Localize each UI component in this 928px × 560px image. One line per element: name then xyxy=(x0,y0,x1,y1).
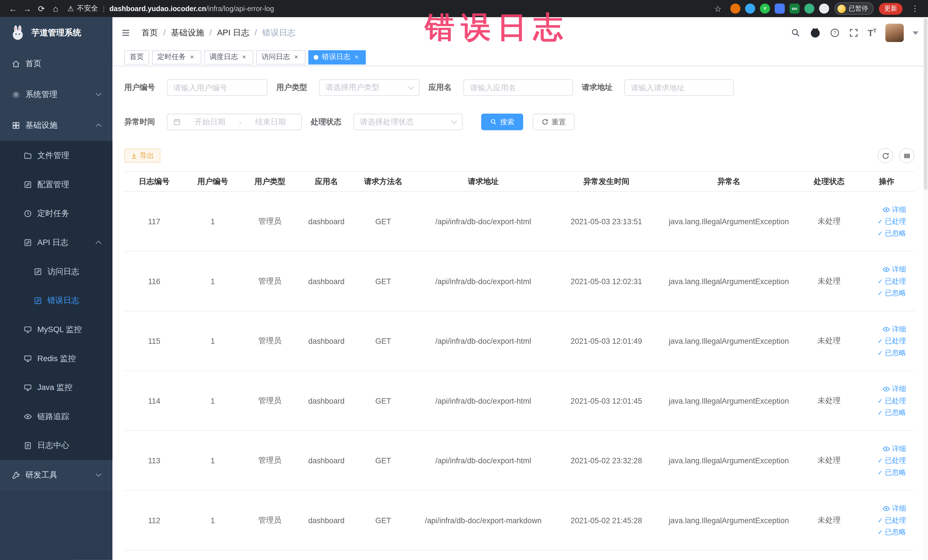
app-name-input[interactable] xyxy=(463,79,573,96)
extension-paw-icon[interactable] xyxy=(819,3,829,14)
mark-processed-link[interactable]: 已处理 xyxy=(878,455,906,465)
detail-link[interactable]: 详细 xyxy=(882,324,906,334)
detail-link[interactable]: 详细 xyxy=(882,384,906,394)
navbar-icons: T xyxy=(791,24,918,42)
sidebar-item[interactable]: MySQL 监控 xyxy=(0,315,112,344)
table-tools xyxy=(878,148,914,163)
tab-close-icon[interactable] xyxy=(240,53,248,61)
tab-close-icon[interactable] xyxy=(353,53,360,61)
tab[interactable]: 首页 xyxy=(124,50,149,64)
breadcrumb-item[interactable]: 错误日志 xyxy=(262,27,295,38)
sidebar-item[interactable]: 系统管理 xyxy=(0,79,112,110)
browser-forward-icon[interactable] xyxy=(20,2,35,16)
column-settings-button[interactable] xyxy=(899,148,914,163)
tab[interactable]: 错误日志 xyxy=(308,50,366,64)
search-button[interactable]: 搜索 xyxy=(481,113,523,130)
request-url-input[interactable] xyxy=(624,79,734,96)
breadcrumb-item[interactable]: API 日志 xyxy=(217,27,262,38)
avatar[interactable] xyxy=(885,24,904,42)
detail-link[interactable]: 详细 xyxy=(882,444,906,453)
sidebar-item[interactable]: 基础设施 xyxy=(0,110,112,141)
detail-link[interactable]: 详细 xyxy=(882,503,906,513)
url-domain: dashboard.yudao.iocoder.cn xyxy=(110,5,206,13)
sidebar-item[interactable]: 研发工具 xyxy=(0,460,112,491)
detail-link[interactable]: 详细 xyxy=(882,264,906,274)
mark-ignored-link[interactable]: 已忽略 xyxy=(878,288,906,298)
security-label: 不安全 xyxy=(77,3,98,14)
github-icon[interactable] xyxy=(810,27,821,38)
security-chip[interactable]: 不安全 xyxy=(68,3,98,14)
scrollbar[interactable] xyxy=(923,17,928,560)
breadcrumb-item[interactable]: 基础设施 xyxy=(171,27,217,38)
mark-ignored-link[interactable]: 已忽略 xyxy=(878,407,906,417)
search-icon[interactable] xyxy=(791,28,801,38)
font-size-icon[interactable]: T xyxy=(868,28,876,38)
chevron-down-icon xyxy=(451,118,457,124)
process-status-select[interactable]: 请选择处理状态 xyxy=(353,113,463,130)
scrollbar-thumb[interactable] xyxy=(924,18,927,190)
check-icon xyxy=(878,277,883,285)
user-id-input[interactable] xyxy=(167,79,267,96)
tab-close-icon[interactable] xyxy=(292,53,300,61)
paused-badge[interactable]: 已暂停 xyxy=(835,2,873,15)
sidebar-item[interactable]: Java 监控 xyxy=(0,373,112,402)
caret-down-icon[interactable] xyxy=(913,31,919,35)
check-icon xyxy=(878,289,883,297)
exception-time-range-picker[interactable]: 开始日期 - 结束日期 xyxy=(167,113,302,130)
help-icon[interactable] xyxy=(830,28,840,38)
update-button[interactable]: 更新 xyxy=(879,3,903,14)
start-date-placeholder: 开始日期 xyxy=(185,117,235,127)
mark-processed-link[interactable]: 已处理 xyxy=(878,515,906,525)
extension-green-leaf-icon[interactable] xyxy=(804,3,814,14)
sidebar-item[interactable]: 定时任务 xyxy=(0,199,112,228)
mark-ignored-link[interactable]: 已忽略 xyxy=(878,228,906,238)
check-icon xyxy=(878,516,883,524)
rabbit-logo-icon xyxy=(9,24,26,41)
extension-on-badge-icon[interactable]: on xyxy=(790,3,800,14)
mark-ignored-link[interactable]: 已忽略 xyxy=(878,348,906,358)
tab[interactable]: 定时任务 xyxy=(152,50,201,64)
detail-link[interactable]: 详细 xyxy=(882,204,906,215)
sidebar-item[interactable]: 错误日志 xyxy=(0,286,112,315)
breadcrumb-item[interactable]: 首页 xyxy=(142,27,171,38)
sidebar-item[interactable]: 日志中心 xyxy=(0,431,112,460)
extension-orange-icon[interactable] xyxy=(730,3,740,14)
mark-processed-link[interactable]: 已处理 xyxy=(878,276,906,286)
fullscreen-icon[interactable] xyxy=(849,28,859,38)
refresh-table-button[interactable] xyxy=(878,148,893,163)
tab[interactable]: 访问日志 xyxy=(256,50,305,64)
browser-back-icon[interactable] xyxy=(6,2,20,16)
mark-ignored-link[interactable]: 已忽略 xyxy=(878,527,906,537)
search-icon xyxy=(490,118,497,125)
sidebar-item[interactable]: 配置管理 xyxy=(0,170,112,199)
mark-processed-link[interactable]: 已处理 xyxy=(878,336,906,346)
extension-blue-grid-icon[interactable] xyxy=(775,3,785,14)
sidebar-item[interactable]: 访问日志 xyxy=(0,257,112,286)
browser-menu-icon[interactable] xyxy=(908,2,922,16)
sidebar-item[interactable]: Redis 监控 xyxy=(0,344,112,373)
hamburger-icon[interactable] xyxy=(121,28,131,38)
mark-processed-link[interactable]: 已处理 xyxy=(878,396,906,406)
mark-ignored-link[interactable]: 已忽略 xyxy=(878,467,906,477)
cell-log-id: 113 xyxy=(124,456,184,465)
tab-close-icon[interactable] xyxy=(188,53,196,61)
sidebar-item[interactable]: API 日志 xyxy=(0,228,112,257)
user-type-select[interactable]: 请选择用户类型 xyxy=(319,79,420,96)
bookmark-star-icon[interactable] xyxy=(711,2,725,16)
extension-blue-icon[interactable] xyxy=(745,3,755,14)
tab[interactable]: 调度日志 xyxy=(204,50,253,64)
user-type-label: 用户类型 xyxy=(276,82,307,93)
cell-status: 未处理 xyxy=(800,395,859,406)
browser-home-icon[interactable] xyxy=(49,2,63,16)
reset-button[interactable]: 重置 xyxy=(533,113,575,130)
extension-green-y-icon[interactable]: Y xyxy=(760,3,770,14)
export-button[interactable]: 导出 xyxy=(124,149,160,163)
cell-method: GET xyxy=(355,277,412,285)
address-bar[interactable]: dashboard.yudao.iocoder.cn/infra/log/api… xyxy=(110,5,274,13)
sidebar-item[interactable]: 首页 xyxy=(0,49,112,79)
download-icon xyxy=(131,153,137,159)
browser-reload-icon[interactable] xyxy=(34,2,49,16)
sidebar-item[interactable]: 文件管理 xyxy=(0,141,112,170)
mark-processed-link[interactable]: 已处理 xyxy=(878,216,906,226)
sidebar-item[interactable]: 链路追踪 xyxy=(0,402,112,431)
